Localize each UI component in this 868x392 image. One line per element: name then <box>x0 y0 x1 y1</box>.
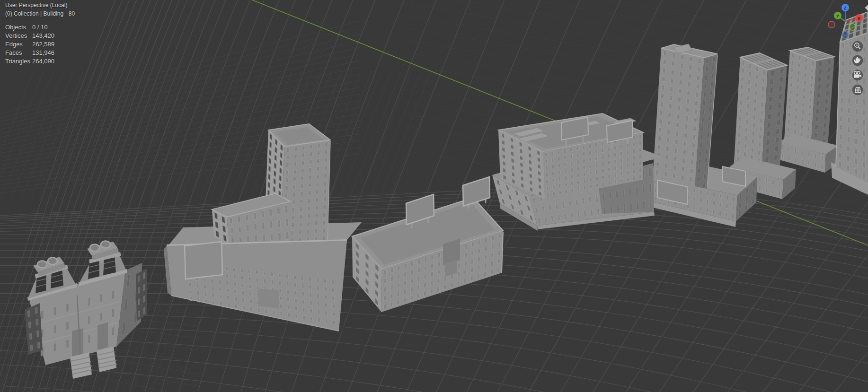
svg-text:Z: Z <box>844 6 847 10</box>
svg-text:X: X <box>858 16 860 21</box>
svg-text:Y: Y <box>836 14 839 18</box>
